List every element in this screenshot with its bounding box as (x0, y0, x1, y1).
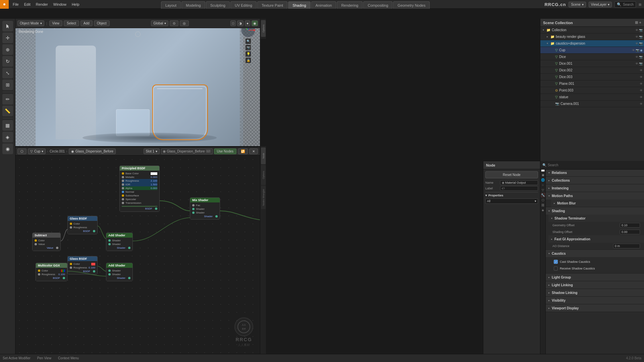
node-bake-btn[interactable]: 🔁 (238, 148, 248, 154)
collection-item-caustics[interactable]: ▾ 📁 caustics+dispersion 👁 📷 (540, 40, 644, 47)
tab-rendering[interactable]: Rendering (337, 1, 363, 9)
menu-render[interactable]: Render (33, 0, 51, 8)
tab-compositing[interactable]: Compositing (363, 1, 392, 9)
collection-item-beauty[interactable]: ▸ 📁 beauty render glass 👁 📷 (540, 34, 644, 40)
render-icon[interactable]: 📷 (639, 35, 643, 39)
collection-item-root[interactable]: ▾ 📁 Collection 👁 📷 (540, 27, 644, 34)
expand-triangle[interactable]: ▾ (546, 42, 549, 45)
visibility-icon[interactable]: 👁 (635, 35, 638, 39)
node-glass-bsdf-bot[interactable]: Glass BSDF Color Roughness 0.100 BSDF (67, 256, 98, 275)
zoom-icon[interactable]: 🔍 (246, 39, 251, 44)
side-tab-node-wrangle[interactable]: Nodes Wrangler (261, 186, 266, 209)
slot-selector[interactable]: Slot 1 ▾ (144, 148, 160, 154)
visibility-icon[interactable]: 👁 (635, 28, 638, 32)
cast-shadow-checkbox[interactable]: ✓ (554, 260, 558, 264)
tool-scale[interactable]: ⤡ (2, 68, 13, 78)
tab-sculpting[interactable]: Sculpting (206, 1, 230, 9)
viewport-rendered-btn[interactable]: ◉ (252, 20, 258, 26)
visibility-icon[interactable]: 👁 (640, 82, 643, 85)
section-header-motion-paths[interactable]: ▾ Motion Paths (546, 192, 644, 199)
side-tab-node-editor[interactable]: Node (261, 147, 266, 164)
props-search-input[interactable] (548, 163, 642, 167)
viewport-add-menu[interactable]: Add (80, 20, 93, 26)
tab-layout[interactable]: Layout (161, 1, 181, 9)
name-value-field[interactable]: ◉ Material Output (500, 180, 538, 185)
viewport-options-tab[interactable]: Options (261, 20, 266, 37)
menu-edit[interactable]: Edit (21, 0, 33, 8)
tool-extra1[interactable]: ◈ (2, 132, 13, 142)
viewport-proportional-btn[interactable]: ◎ (180, 20, 189, 26)
geom-offset-input[interactable] (620, 223, 640, 228)
section-header-light-group[interactable]: ▸ Light Group (546, 274, 644, 281)
tool-cursor[interactable]: ✛ (2, 33, 13, 43)
side-tab-item-options[interactable]: Options (261, 165, 266, 185)
tab-geometry-nodes[interactable]: Geometry Nodes (393, 1, 430, 9)
section-header-shadow-linking[interactable]: ▸ Shadow Linking (546, 289, 644, 296)
receive-shadow-checkbox[interactable] (554, 266, 558, 270)
section-header-shading[interactable]: ▾ Shading (546, 207, 644, 215)
global-orientation-selector[interactable]: Global ▾ (151, 20, 168, 26)
tab-uv-editing[interactable]: UV Editing (230, 1, 257, 9)
menu-window[interactable]: Window (51, 0, 69, 8)
expand-triangle[interactable]: ▾ (542, 28, 545, 32)
node-material-selector[interactable]: ◉ Glass_Dispersion_Before (69, 148, 116, 154)
node-editor-object-selector[interactable]: ▽ Cup ▾ (28, 148, 46, 154)
render-icon[interactable]: 📷 (639, 62, 643, 65)
visibility-icon[interactable]: 👁 (640, 89, 643, 92)
top-filter-icon[interactable]: ⊞ (639, 3, 641, 6)
section-header-relations[interactable]: ▾ Relations (546, 169, 644, 176)
label-value-field[interactable]: 🏷 (500, 186, 538, 191)
collection-item-point[interactable]: ▸ ⊙ Point.003 👁 (540, 87, 644, 94)
render-icon[interactable]: 📷 (636, 49, 639, 52)
collection-item-dice[interactable]: ▸ ▽ Dice 👁 📷 (540, 54, 644, 60)
properties-all-dropdown[interactable]: All ▾ (485, 198, 538, 204)
world-tab-icon[interactable]: ○ (541, 183, 545, 187)
render-icon[interactable]: 📷 (639, 55, 643, 59)
viewport-snap-btn[interactable]: ⊙ (170, 20, 178, 26)
node-subtract[interactable]: Subtract Color Value Value (32, 233, 61, 251)
expand-triangle[interactable]: ▸ (546, 35, 549, 39)
render-icon[interactable]: 📷 (639, 28, 643, 32)
section-header-collections[interactable]: ▸ Collections (546, 177, 644, 184)
viewport-mode-selector[interactable]: Object Mode ▾ (17, 20, 44, 26)
visibility-icon[interactable]: 👁 (635, 42, 638, 45)
menu-file[interactable]: File (10, 0, 21, 8)
node-principled-bsdf[interactable]: Principled BSDF Base Color Metallic 0.00… (119, 166, 160, 212)
reset-node-btn[interactable]: Reset Node (485, 171, 538, 178)
shading-offset-input[interactable] (620, 230, 640, 234)
collection-item-dice002[interactable]: ▸ ▽ Dice.002 👁 (540, 67, 644, 74)
add-collection-icon[interactable]: + (639, 20, 641, 25)
top-search-container[interactable]: 🔍 Search (614, 1, 636, 8)
modifier-tab-icon[interactable]: 🔧 (541, 193, 545, 197)
viewport-select-menu[interactable]: Select (64, 20, 79, 26)
collection-item-dice001[interactable]: ▸ ▽ Dice.001 👁 📷 (540, 60, 644, 67)
collection-item-dice003[interactable]: ▸ ▽ Dice.003 👁 (540, 74, 644, 80)
render-icon[interactable]: 📷 (639, 42, 643, 45)
view-tab-icon[interactable]: ◉ (541, 173, 545, 177)
node-mix-shader[interactable]: Mix Shader Fac Shader Shader Shader (190, 197, 220, 220)
material-tab-icon[interactable]: ◈ (541, 208, 545, 213)
scene-selector[interactable]: Scene ▾ (569, 2, 586, 7)
section-header-light-linking[interactable]: ▸ Light Linking (546, 281, 644, 289)
viewport-wireframe-btn[interactable]: □ (230, 20, 236, 26)
visibility-icon[interactable]: 👁 (640, 75, 643, 79)
tool-extra2[interactable]: ◉ (2, 143, 13, 154)
visibility-icon[interactable]: 👁 (635, 62, 638, 65)
viewport-solid-btn[interactable]: ◑ (237, 20, 244, 26)
section-shadow-terminator[interactable]: ▾ Shadow Terminator (548, 215, 644, 222)
node-delete-btn[interactable]: ✕ (249, 148, 258, 154)
tab-shading[interactable]: Shading (288, 1, 310, 9)
viewlayer-selector[interactable]: ViewLayer ▾ (589, 2, 612, 7)
camera-icon[interactable]: 📷 (246, 45, 251, 50)
section-fast-gi[interactable]: ▸ Fast GI Approximation (548, 235, 644, 243)
node-multicolor[interactable]: Multicolor GGX Color Roughness 0.100 BSD… (36, 263, 67, 281)
viewport-material-btn[interactable]: ● (245, 20, 250, 26)
tool-move[interactable]: ⊕ (2, 44, 13, 55)
tool-measure[interactable]: 📏 (2, 106, 13, 116)
tool-annotate[interactable]: ✏ (2, 94, 13, 105)
node-editor-icon[interactable]: ⬡ (17, 148, 26, 154)
light-icon[interactable]: 💡 (246, 51, 251, 57)
section-header-viewport-display[interactable]: ▸ Viewport Display (546, 304, 644, 312)
ao-distance-input[interactable] (613, 244, 640, 248)
use-nodes-btn[interactable]: Use Nodes (214, 148, 236, 154)
